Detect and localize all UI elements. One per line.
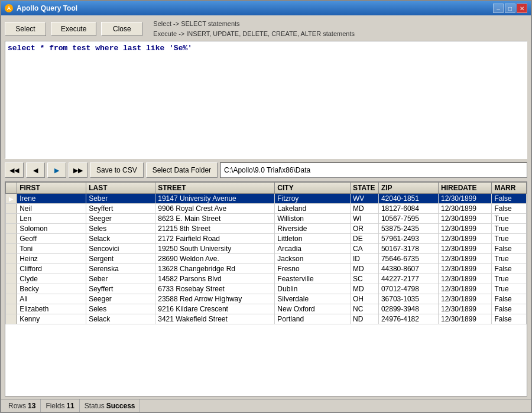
data-path-text: C:\Apollo\9.0 Trial\x86\Data (224, 166, 310, 174)
table-row[interactable]: ToniSencovici19250 South UniversityArcad… (6, 244, 527, 254)
table-row[interactable]: ClydeSeber14582 Parsons BlvdFeasterville… (6, 274, 527, 284)
window-controls: – □ ✕ (493, 4, 527, 13)
table-row[interactable]: HeinzSergent28690 Weldon Ave.JacksonID75… (6, 254, 527, 264)
row-indicator (6, 304, 17, 314)
execute-button[interactable]: Execute (51, 22, 96, 36)
cell-zip: 02899-3948 (378, 304, 438, 314)
cell-zip: 10567-7595 (378, 214, 438, 224)
fields-label: Fields (46, 402, 64, 410)
nav-toolbar: ◀◀ ◀ ▶ ▶▶ Save to CSV Select Data Folder… (5, 161, 527, 179)
cell-city: Littleton (275, 234, 351, 244)
table-row[interactable]: BeckySeyffert6733 Rosebay StreetDublinMD… (6, 284, 527, 294)
cell-first: Len (17, 214, 86, 224)
cell-marr: True (492, 254, 527, 264)
cell-marr: True (492, 214, 527, 224)
select-folder-button[interactable]: Select Data Folder (146, 162, 218, 178)
cell-first: Elizabeth (17, 304, 86, 314)
row-indicator (6, 204, 17, 214)
fields-value: 11 (66, 402, 74, 410)
save-csv-button[interactable]: Save to CSV (90, 162, 144, 178)
status-value: Success (106, 402, 135, 410)
data-path-display: C:\Apollo\9.0 Trial\x86\Data (220, 162, 527, 178)
cell-zip: 07012-4798 (378, 284, 438, 294)
cell-marr: False (492, 264, 527, 274)
col-header-first[interactable]: FIRST (17, 183, 86, 194)
table-row[interactable]: ElizabethSeles9216 Kildare CrescentNew O… (6, 304, 527, 314)
title-bar: A Apollo Query Tool – □ ✕ (1, 1, 531, 15)
close-button[interactable]: ✕ (517, 4, 527, 13)
cell-state: DE (351, 234, 379, 244)
cell-hiredate: 12/30/1899 (438, 234, 491, 244)
col-header-zip[interactable]: ZIP (378, 183, 438, 194)
cell-street: 9906 Royal Crest Ave (155, 204, 275, 214)
cell-marr: False (492, 204, 527, 214)
cell-state: MD (351, 204, 379, 214)
table-row[interactable]: SolomonSeles21215 8th StreetRiversideOR5… (6, 224, 527, 234)
window-title: Apollo Query Tool (17, 4, 77, 12)
cell-first: Geoff (17, 234, 86, 244)
col-header-state[interactable]: STATE (351, 183, 379, 194)
fields-status: Fields 11 (41, 399, 79, 412)
cell-street: 14582 Parsons Blvd (155, 274, 275, 284)
last-record-button[interactable]: ▶▶ (69, 162, 87, 178)
cell-hiredate: 12/30/1899 (438, 194, 491, 204)
hint-line2: Execute -> INSERT, UPDATE, DELETE, CREAT… (153, 29, 355, 39)
rows-label: Rows (8, 402, 26, 410)
col-header-hiredate[interactable]: HIREDATE (438, 183, 491, 194)
cell-hiredate: 12/30/1899 (438, 314, 491, 324)
col-header-city[interactable]: CITY (275, 183, 351, 194)
row-indicator (6, 234, 17, 244)
cell-city: Portland (275, 314, 351, 324)
cell-hiredate: 12/30/1899 (438, 294, 491, 304)
table-row[interactable]: ▶IreneSeber19147 University AvenueFitzro… (6, 194, 527, 204)
data-grid-container[interactable]: FIRST LAST STREET CITY STATE ZIP HIREDAT… (5, 181, 527, 396)
select-button[interactable]: Select (5, 22, 46, 36)
cell-city: Lakeland (275, 204, 351, 214)
cell-hiredate: 12/30/1899 (438, 244, 491, 254)
cell-last: Seles (86, 224, 155, 234)
cell-city: New Oxford (275, 304, 351, 314)
cell-first: Clifford (17, 264, 86, 274)
table-row[interactable]: GeoffSelack2172 Fairfield RoadLittletonD… (6, 234, 527, 244)
row-indicator (6, 224, 17, 234)
row-indicator (6, 244, 17, 254)
rows-status: Rows 13 (4, 399, 41, 412)
table-row[interactable]: NeilSeyffert9906 Royal Crest AveLakeland… (6, 204, 527, 214)
col-header-street[interactable]: STREET (155, 183, 275, 194)
cell-first: Heinz (17, 254, 86, 264)
data-grid: FIRST LAST STREET CITY STATE ZIP HIREDAT… (5, 182, 527, 324)
cell-city: Arcadia (275, 244, 351, 254)
cell-state: NC (351, 304, 379, 314)
first-record-button[interactable]: ◀◀ (5, 162, 24, 178)
cell-last: Seyffert (86, 204, 155, 214)
cell-last: Seeger (86, 214, 155, 224)
table-row[interactable]: LenSeeger8623 E. Main StreetWillistonWI1… (6, 214, 527, 224)
cell-zip: 44380-8607 (378, 264, 438, 274)
query-editor[interactable]: select * from test where last like 'Se%' (5, 41, 527, 159)
cell-first: Neil (17, 204, 86, 214)
cell-street: 3421 Wakefield Street (155, 314, 275, 324)
cell-last: Sencovici (86, 244, 155, 254)
cell-marr: True (492, 224, 527, 234)
cell-hiredate: 12/30/1899 (438, 224, 491, 234)
table-row[interactable]: AliSeeger23588 Red Arrow HighwaySilverda… (6, 294, 527, 304)
col-header-marr[interactable]: MARR (492, 183, 527, 194)
next-record-button[interactable]: ▶ (47, 162, 66, 178)
status-bar: Rows 13 Fields 11 Status Success (1, 399, 531, 412)
row-indicator (6, 314, 17, 324)
content-area: Select Execute Close Select -> SELECT st… (1, 15, 531, 412)
minimize-button[interactable]: – (493, 4, 504, 13)
status-label: Status (85, 402, 105, 410)
table-row[interactable]: CliffordSerenska13628 Changebridge RdFre… (6, 264, 527, 274)
row-indicator (6, 274, 17, 284)
cell-last: Seber (86, 194, 155, 204)
cell-first: Becky (17, 284, 86, 294)
cell-zip: 53875-2435 (378, 224, 438, 234)
col-header-last[interactable]: LAST (86, 183, 155, 194)
prev-record-button[interactable]: ◀ (26, 162, 45, 178)
cell-hiredate: 12/30/1899 (438, 254, 491, 264)
cell-city: Fresno (275, 264, 351, 274)
table-row[interactable]: KennySelack3421 Wakefield StreetPortland… (6, 314, 527, 324)
close-db-button[interactable]: Close (101, 22, 142, 36)
maximize-button[interactable]: □ (505, 4, 515, 13)
